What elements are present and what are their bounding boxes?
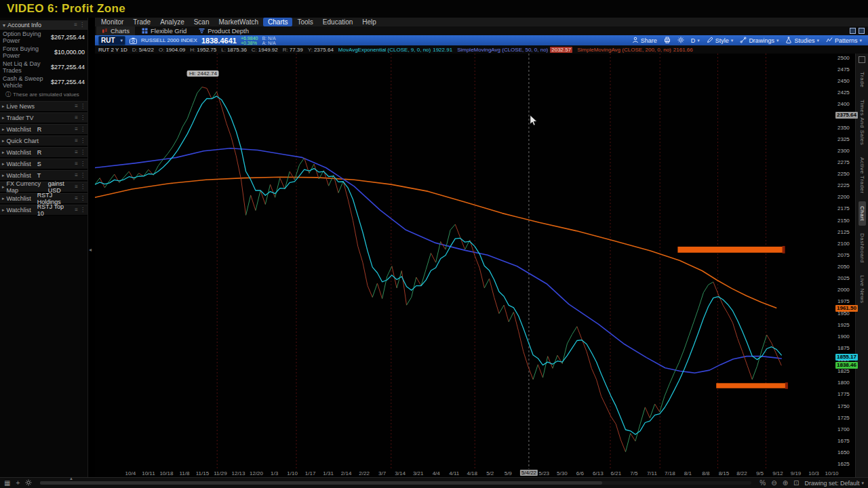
ohlc-value: 5/4/22: [139, 47, 154, 53]
panel-list-icon[interactable]: ≡: [74, 22, 77, 28]
panel-list-icon[interactable]: ≡: [75, 184, 78, 190]
sidebar-item-watchlist[interactable]: ▸WatchlistRSTJ Holdings≡⋮: [0, 193, 87, 204]
panel-menu-icon[interactable]: ⋮: [79, 22, 85, 28]
sidebar-item-live-news[interactable]: ▸Live News≡⋮: [0, 101, 87, 112]
patterns-button[interactable]: Patterns▾: [826, 37, 862, 45]
menu-item-trade[interactable]: Trade: [128, 18, 155, 26]
price-segment: [182, 119, 187, 127]
menu-item-scan[interactable]: Scan: [189, 18, 214, 26]
studies-button[interactable]: Studies▾: [785, 37, 819, 45]
panel-menu-icon[interactable]: ⋮: [80, 138, 85, 144]
study-label[interactable]: SimpleMovingAvg (CLOSE, 200, 0, no)2161.…: [577, 47, 693, 53]
panel-menu-icon[interactable]: ⋮: [80, 104, 85, 109]
profit-zone-handle[interactable]: [783, 246, 785, 253]
chevron-down-icon: ▾: [3, 22, 5, 28]
price-segment: [168, 146, 173, 153]
date-axis[interactable]: 10/410/1110/1811/811/1511/2912/1312/201/…: [95, 469, 835, 477]
panel-menu-icon[interactable]: ⋮: [80, 173, 85, 178]
settings-icon[interactable]: [25, 479, 32, 487]
apps-grid-icon[interactable]: ▦: [4, 480, 10, 487]
zoom-out-icon[interactable]: ⊖: [771, 480, 776, 487]
rail-tab-chart[interactable]: Chart: [859, 201, 866, 226]
status-bar: ▦ + ▴ % ⊖ ⊕ ⊡ Drawing set: Default▾: [0, 477, 868, 488]
sidebar-item-quick-chart[interactable]: ▸Quick Chart≡⋮: [0, 136, 87, 146]
panel-menu-icon[interactable]: ⋮: [80, 150, 85, 155]
menu-item-monitor[interactable]: Monitor: [96, 18, 128, 26]
x-axis-label: 6/6: [576, 470, 584, 476]
chevron-down-icon: ▾: [859, 38, 862, 43]
profit-zone-rectangle[interactable]: [677, 247, 783, 253]
panel-menu-icon[interactable]: ⋮: [80, 184, 85, 190]
price-segment: [338, 181, 343, 192]
panel-list-icon[interactable]: ≡: [75, 173, 78, 178]
price-segment: [202, 87, 207, 88]
rail-tab-active-trader[interactable]: Active Trader: [859, 152, 866, 199]
print-button[interactable]: [664, 37, 671, 45]
rail-tab-trade[interactable]: Trade: [859, 67, 866, 92]
chart-snapshot-icon[interactable]: [130, 35, 137, 47]
scroll-start-marker[interactable]: ▴: [70, 476, 73, 481]
panel-list-icon[interactable]: ≡: [75, 104, 78, 109]
panel-list-icon[interactable]: ≡: [75, 161, 78, 167]
panel-menu-icon[interactable]: ⋮: [80, 115, 85, 121]
study-value: 2032.57: [550, 47, 572, 53]
profit-zone-rectangle[interactable]: [716, 383, 787, 388]
price-axis[interactable]: 2500247524502425240023752350232523002275…: [835, 54, 856, 469]
sidebar-collapse-handle[interactable]: ◂: [89, 247, 92, 253]
panel-list-icon[interactable]: ≡: [75, 207, 78, 213]
add-icon[interactable]: +: [16, 480, 20, 487]
pan-icon[interactable]: ⊡: [793, 480, 799, 487]
menu-item-charts[interactable]: Charts: [263, 18, 292, 26]
panel-menu-icon[interactable]: ⋮: [80, 207, 85, 213]
rail-pin-icon[interactable]: [859, 56, 865, 63]
sidebar-item-watchlist[interactable]: ▸WatchlistRSTJ Top 10≡⋮: [0, 205, 87, 216]
drawing-set-selector[interactable]: Drawing set: Default▾: [804, 480, 864, 487]
rail-tab-times-and-sales[interactable]: Times And Sales: [859, 95, 866, 150]
panel-list-icon[interactable]: ≡: [75, 138, 78, 144]
y-axis-label: 2125: [837, 230, 850, 235]
timeframe-label[interactable]: RUT 2 Y 1D: [98, 47, 127, 53]
tab-flexible-grid[interactable]: Flexible Grid: [136, 26, 192, 35]
percent-scale-icon[interactable]: %: [760, 480, 766, 487]
menu-item-education[interactable]: Education: [318, 18, 357, 26]
profit-zone-handle[interactable]: [785, 382, 788, 389]
window-maximize-icon[interactable]: [859, 28, 865, 34]
study-label[interactable]: SimpleMovingAvg (CLOSE, 50, 0, no)2032.5…: [457, 47, 572, 53]
menu-item-analyze[interactable]: Analyze: [155, 18, 189, 26]
chart-canvas[interactable]: [95, 54, 835, 469]
sidebar-item-watchlist[interactable]: ▸WatchlistR≡⋮: [0, 124, 87, 135]
sidebar-item-watchlist[interactable]: ▸WatchlistT≡⋮: [0, 170, 87, 181]
account-row: Cash & Sweep Vehicle$277,255.44: [0, 75, 87, 89]
window-restore-icon[interactable]: [850, 28, 856, 34]
menu-item-help[interactable]: Help: [357, 18, 381, 26]
x-axis-label: 3/21: [413, 470, 424, 476]
panel-list-icon[interactable]: ≡: [75, 196, 78, 201]
rail-tab-live-news[interactable]: Live News: [859, 270, 866, 308]
chart-scrollbar[interactable]: ▴: [40, 481, 751, 485]
panel-list-icon[interactable]: ≡: [75, 115, 78, 121]
menu-item-tools[interactable]: Tools: [292, 18, 317, 26]
panel-menu-icon[interactable]: ⋮: [80, 127, 85, 132]
panel-list-icon[interactable]: ≡: [75, 127, 78, 132]
gear-button[interactable]: [677, 37, 684, 45]
sidebar-item-trader-tv[interactable]: ▸Trader TV≡⋮: [0, 113, 87, 123]
panel-list-icon[interactable]: ≡: [75, 150, 78, 155]
share-button[interactable]: Share: [632, 37, 657, 45]
sidebar-item-watchlist[interactable]: ▸WatchlistS≡⋮: [0, 159, 87, 169]
zoom-in-icon[interactable]: ⊕: [783, 480, 788, 487]
style-button[interactable]: Style▾: [707, 37, 734, 45]
chart-plot[interactable]: Hi: 2442.74: [95, 54, 835, 469]
tab-product-depth[interactable]: Product Depth: [193, 26, 254, 35]
symbol-input[interactable]: RUT▾: [98, 36, 125, 45]
sidebar-item-fx-currency-map[interactable]: ▸FX Currency Mapgainst USD≡⋮: [0, 182, 87, 192]
panel-menu-icon[interactable]: ⋮: [80, 161, 85, 167]
account-info-header[interactable]: ▾ Account Info ≡ ⋮: [0, 20, 87, 30]
scrollbar-thumb[interactable]: [40, 481, 602, 485]
drawings-button[interactable]: Drawings▾: [740, 37, 778, 45]
sidebar-item-watchlist[interactable]: ▸WatchlistR≡⋮: [0, 147, 87, 158]
study-label[interactable]: MovAvgExponential (CLOSE, 9, 0, no)1922.…: [338, 47, 452, 53]
rail-tab-dashboard[interactable]: Dashboard: [859, 228, 866, 268]
menu-item-marketwatch[interactable]: MarketWatch: [214, 18, 264, 26]
d-button[interactable]: D▾: [691, 37, 700, 44]
panel-menu-icon[interactable]: ⋮: [80, 196, 85, 201]
